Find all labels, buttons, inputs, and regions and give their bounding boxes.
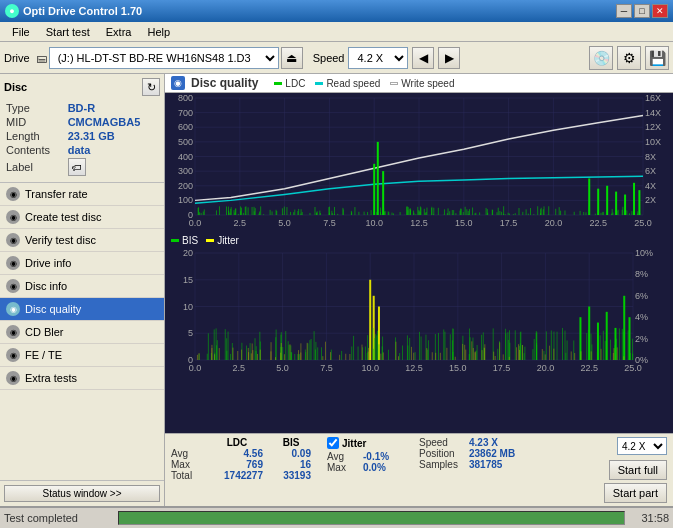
nav-list: ◉ Transfer rate ◉ Create test disc ◉ Ver… (0, 183, 164, 390)
disc-length-value: 23.31 GB (68, 130, 158, 142)
drive-label: Drive (4, 52, 30, 64)
nav-item-create-test-disc[interactable]: ◉ Create test disc (0, 206, 164, 229)
nav-label-verify-test-disc: Verify test disc (25, 234, 96, 246)
stats-jitter: Jitter Avg -0.1% Max 0.0% (327, 437, 403, 473)
disc-table: Type BD-R MID CMCMAGBA5 Length 23.31 GB … (4, 100, 160, 178)
legend-write-speed-label: Write speed (401, 78, 454, 89)
stats-avg-ldc: 4.56 (211, 448, 263, 459)
close-button[interactable]: ✕ (652, 4, 668, 18)
menu-file[interactable]: File (4, 25, 38, 39)
minimize-button[interactable]: ─ (616, 4, 632, 18)
speed-combo-select[interactable]: 4.2 X (617, 437, 667, 455)
nav-item-transfer-rate[interactable]: ◉ Transfer rate (0, 183, 164, 206)
save-button[interactable]: 💾 (645, 46, 669, 70)
disc-header: Disc ↻ (4, 78, 160, 96)
start-part-button[interactable]: Start part (604, 483, 667, 503)
disc-type-row: Type BD-R (6, 102, 158, 114)
status-text: Test completed (4, 512, 114, 524)
speed-select[interactable]: 4.2 X (348, 47, 408, 69)
drive-select[interactable]: (J:) HL-DT-ST BD-RE WH16NS48 1.D3 (49, 47, 279, 69)
stats-avg-label: Avg (171, 448, 203, 459)
disc-mid-row: MID CMCMAGBA5 (6, 116, 158, 128)
title-bar-left: ● Opti Drive Control 1.70 (5, 4, 142, 18)
disc-label-button[interactable]: 🏷 (68, 158, 86, 176)
nav-item-verify-test-disc[interactable]: ◉ Verify test disc (0, 229, 164, 252)
menu-start-test[interactable]: Start test (38, 25, 98, 39)
position-val: 23862 MB (469, 448, 515, 459)
action-section: 4.2 X Start full Start part (604, 437, 667, 503)
stats-ldc-bis: LDC BIS Avg 4.56 0.09 Max 769 16 Total 1… (171, 437, 311, 481)
disc-mid-label: MID (6, 116, 66, 128)
status-time: 31:58 (629, 512, 669, 524)
settings-button[interactable]: ⚙ (617, 46, 641, 70)
disc-mid-value: CMCMAGBA5 (68, 116, 158, 128)
status-window-button[interactable]: Status window >> (4, 485, 160, 502)
disc-contents-row: Contents data (6, 144, 158, 156)
disc-type-label: Type (6, 102, 66, 114)
chart-lower-legend-bar: BIS Jitter (165, 233, 673, 248)
legend-read-speed-dot (315, 82, 323, 85)
disc-section: Disc ↻ Type BD-R MID CMCMAGBA5 Length 23… (0, 74, 164, 183)
title-bar-controls: ─ □ ✕ (616, 4, 668, 18)
jitter-avg-label: Avg (327, 451, 359, 462)
nav-item-disc-quality[interactable]: ◉ Disc quality (0, 298, 164, 321)
progress-bar-container: 100.0% (118, 511, 625, 525)
right-content: ◉ Disc quality LDC Read speed Write spee… (165, 74, 673, 506)
nav-label-transfer-rate: Transfer rate (25, 188, 88, 200)
nav-item-extra-tests[interactable]: ◉ Extra tests (0, 367, 164, 390)
nav-icon-cd-bler: ◉ (6, 325, 20, 339)
menu-help[interactable]: Help (139, 25, 178, 39)
stats-total-bis: 33193 (271, 470, 311, 481)
chart-title: Disc quality (191, 76, 258, 90)
nav-label-disc-quality: Disc quality (25, 303, 81, 315)
disc-length-row: Length 23.31 GB (6, 130, 158, 142)
disc-type-value: BD-R (68, 102, 158, 114)
stats-bis-header: BIS (271, 437, 311, 448)
toolbar: Drive 🖴 (J:) HL-DT-ST BD-RE WH16NS48 1.D… (0, 42, 673, 74)
nav-icon-disc-info: ◉ (6, 279, 20, 293)
speed-stat-val: 4.23 X (469, 437, 498, 448)
legend-write-speed-dot (390, 82, 398, 85)
jitter-checkbox[interactable] (327, 437, 339, 449)
menu-bar: File Start test Extra Help (0, 22, 673, 42)
eject-button[interactable]: ⏏ (281, 47, 303, 69)
jitter-max-label: Max (327, 462, 359, 473)
legend-bis-label: BIS (182, 235, 198, 246)
disc-refresh-button[interactable]: ↻ (142, 78, 160, 96)
nav-label-create-test-disc: Create test disc (25, 211, 101, 223)
nav-item-fe-te[interactable]: ◉ FE / TE (0, 344, 164, 367)
nav-icon-disc-quality: ◉ (6, 302, 20, 316)
start-full-button[interactable]: Start full (609, 460, 667, 480)
legend-jitter: Jitter (206, 235, 239, 246)
chart-lower (165, 248, 673, 378)
nav-item-drive-info[interactable]: ◉ Drive info (0, 252, 164, 275)
stats-area: LDC BIS Avg 4.56 0.09 Max 769 16 Total 1… (165, 433, 673, 506)
disc-title: Disc (4, 81, 27, 93)
nav-item-disc-info[interactable]: ◉ Disc info (0, 275, 164, 298)
legend-ldc-label: LDC (285, 78, 305, 89)
jitter-label: Jitter (342, 438, 366, 449)
nav-icon-transfer-rate: ◉ (6, 187, 20, 201)
stats-max-ldc: 769 (211, 459, 263, 470)
legend-ldc: LDC (274, 78, 305, 89)
stats-speed-pos: Speed 4.23 X Position 23862 MB Samples 3… (419, 437, 515, 470)
disc-button[interactable]: 💿 (589, 46, 613, 70)
nav-item-cd-bler[interactable]: ◉ CD Bler (0, 321, 164, 344)
main-area: Disc ↻ Type BD-R MID CMCMAGBA5 Length 23… (0, 74, 673, 506)
speed-next-button[interactable]: ▶ (438, 47, 460, 69)
maximize-button[interactable]: □ (634, 4, 650, 18)
menu-extra[interactable]: Extra (98, 25, 140, 39)
legend-read-speed-label: Read speed (326, 78, 380, 89)
disc-length-label: Length (6, 130, 66, 142)
progress-bar-fill (119, 512, 624, 524)
jitter-avg-val: -0.1% (363, 451, 403, 462)
disc-label-row: Label 🏷 (6, 158, 158, 176)
stats-ldc-header: LDC (211, 437, 263, 448)
nav-icon-drive-info: ◉ (6, 256, 20, 270)
legend-jitter-label: Jitter (217, 235, 239, 246)
chart-title-icon: ◉ (171, 76, 185, 90)
left-panel: Disc ↻ Type BD-R MID CMCMAGBA5 Length 23… (0, 74, 165, 506)
nav-icon-verify-test-disc: ◉ (6, 233, 20, 247)
samples-label: Samples (419, 459, 463, 470)
speed-prev-button[interactable]: ◀ (412, 47, 434, 69)
